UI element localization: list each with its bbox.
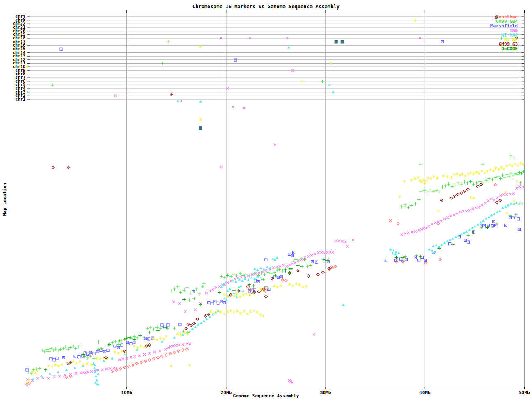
- series-gm99-g3: [52, 37, 518, 364]
- series-wi-yac: [27, 46, 524, 386]
- legend: GenethonGM99 GB4MarshfieldTNGWI YACWI RH…: [490, 15, 518, 51]
- series-tng: [26, 37, 524, 384]
- chromosome-label-chr1: chr1: [0, 97, 25, 101]
- legend-row-decode: DeCODE: [490, 47, 518, 51]
- series-genethon: [26, 183, 497, 386]
- series-marshfield: [26, 40, 521, 371]
- x-axis-label: Genome Sequence Assembly: [0, 393, 532, 399]
- legend-label: DeCODE: [501, 47, 518, 51]
- legend-marker-icon: [490, 15, 500, 20]
- series-wi-rh: [26, 19, 524, 384]
- series-gm99-gb4: [27, 37, 525, 375]
- series-decode: [44, 213, 517, 372]
- plot-area: [0, 0, 532, 399]
- chromosome-dotplot: Chromosome 16 Markers vs Genome Sequence…: [0, 0, 532, 399]
